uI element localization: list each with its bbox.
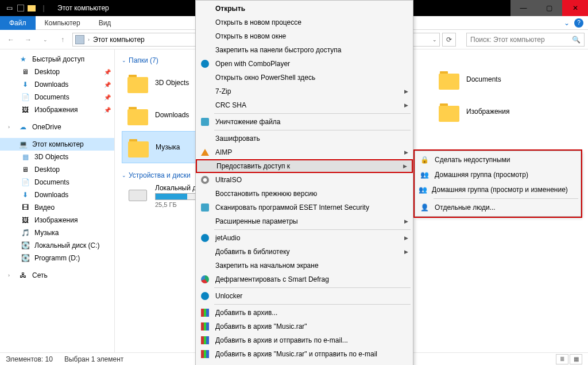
submenu-item[interactable]: Сделать недоступными (415, 152, 581, 167)
minimize-button[interactable]: — (510, 0, 536, 16)
sidebar-item[interactable]: Documents (0, 176, 114, 189)
menu-separator (214, 304, 411, 305)
view-icons-button[interactable]: ▦ (570, 354, 582, 364)
menu-item-label: Дефрагментировать с Smart Defrag (215, 275, 329, 283)
sidebar-item[interactable]: Downloads (0, 189, 114, 201)
submenu-item[interactable]: Домашняя группа (просмотр) (415, 167, 581, 182)
sidebar-item-label: Изображения (34, 216, 78, 224)
sidebar-item[interactable]: Видео (0, 201, 114, 214)
context-menu-item[interactable]: jetAudio▶ (196, 231, 413, 245)
caret-icon[interactable]: › (8, 124, 14, 130)
context-menu-item[interactable]: Закрепить на начальном экране (196, 259, 413, 272)
sidebar-quick-access[interactable]: Быстрый доступ (0, 53, 114, 66)
menu-item-label: Закрепить на начальном экране (215, 262, 319, 270)
context-menu-item[interactable]: Сканировать программой ESET Internet Sec… (196, 201, 413, 214)
recent-dropdown[interactable]: ⌄ (38, 32, 53, 47)
item-icon (21, 67, 30, 76)
search-input[interactable] (470, 36, 568, 44)
window-title: Этот компьютер (57, 4, 109, 12)
sidebar-this-pc[interactable]: Этот компьютер (0, 138, 114, 151)
submenu-item[interactable]: Отдельные люди... (415, 200, 581, 215)
submenu-arrow-icon: ▶ (404, 89, 408, 94)
caret-icon: ⌄ (122, 172, 126, 178)
context-menu-item[interactable]: Зашифровать (196, 132, 413, 145)
context-menu-item[interactable]: Предоставить доступ к▶ (196, 159, 413, 173)
sidebar-item[interactable]: 3D Objects (0, 151, 114, 163)
sidebar-onedrive[interactable]: › OneDrive (0, 121, 114, 133)
context-menu-item[interactable]: Добавить в архив... (196, 306, 413, 320)
help-icon[interactable]: ? (574, 18, 583, 28)
folder-tile[interactable]: Downloads (122, 99, 202, 131)
caret-icon[interactable]: › (8, 272, 14, 278)
address-dropdown-icon[interactable]: ⌄ (432, 37, 437, 43)
context-menu-item[interactable]: Копировать как путь (196, 361, 413, 365)
system-menu-icon[interactable]: ▭ (5, 3, 14, 13)
context-menu-item[interactable]: Добавить в архив и отправить по e-mail..… (196, 333, 413, 347)
folder-tile[interactable]: Изображения (433, 95, 577, 128)
context-menu-item[interactable]: AIMP▶ (196, 145, 413, 159)
sidebar-item-label: Desktop (34, 166, 60, 174)
sidebar-item[interactable]: Музыка (0, 226, 114, 239)
context-menu-item[interactable]: UltraISO (196, 173, 413, 187)
context-menu-item[interactable]: Unlocker (196, 289, 413, 303)
menu-item-label: 7-Zip (215, 87, 231, 95)
context-menu-item[interactable]: Расширенные параметры▶ (196, 214, 413, 228)
context-menu-item[interactable]: Добавить в архив "Music.rar" (196, 320, 413, 333)
context-menu-item[interactable]: Добавить в библиотеку▶ (196, 245, 413, 259)
context-menu-item[interactable]: Открыть (196, 2, 413, 16)
context-menu-item[interactable]: Дефрагментировать с Smart Defrag (196, 272, 413, 286)
sidebar-item[interactable]: Локальный диск (C:) (0, 239, 114, 252)
folder-tile[interactable]: 3D Objects (122, 67, 202, 99)
submenu-item[interactable]: Домашняя группа (просмотр и изменение) (415, 182, 581, 197)
maximize-button[interactable]: ▢ (536, 0, 562, 16)
menu-item-icon (199, 275, 211, 283)
sidebar-item[interactable]: Documents📌 (0, 91, 114, 103)
context-menu-item[interactable]: Восстановить прежнюю версию (196, 187, 413, 201)
search-box[interactable] (466, 33, 585, 47)
close-button[interactable]: ✕ (562, 0, 588, 16)
sidebar-item-label: Desktop (34, 68, 60, 76)
context-menu-item[interactable]: CRC SHA▶ (196, 98, 413, 112)
context-menu-item[interactable]: Уничтожение файла (196, 115, 413, 129)
context-menu-item[interactable]: Открыть в новом окне (196, 29, 413, 43)
folder-icon (28, 5, 36, 11)
menu-separator (434, 198, 578, 199)
pin-icon: 📌 (104, 82, 111, 88)
context-menu-item[interactable]: 7-Zip▶ (196, 84, 413, 98)
sidebar-item[interactable]: Desktop📌 (0, 66, 114, 78)
tab-view[interactable]: Вид (90, 16, 121, 30)
tab-computer[interactable]: Компьютер (36, 16, 90, 30)
menu-item-label: CRC SHA (215, 101, 246, 109)
item-icon (21, 80, 30, 89)
refresh-button[interactable] (442, 33, 456, 47)
back-button[interactable]: ← (3, 32, 18, 47)
checkbox-icon (17, 5, 24, 11)
menu-item-icon (199, 60, 211, 68)
sidebar-item-label: Музыка (34, 229, 59, 237)
context-menu-item[interactable]: Добавить в архив "Music.rar" и отправить… (196, 347, 413, 361)
menu-item-label: Добавить в архив и отправить по e-mail..… (215, 336, 348, 344)
context-menu-item[interactable]: Закрепить на панели быстрого доступа (196, 43, 413, 57)
menu-item-label: Сделать недоступными (435, 156, 510, 164)
sidebar-item[interactable]: Изображения📌 (0, 103, 114, 116)
up-button[interactable]: ↑ (55, 32, 70, 47)
sidebar-item[interactable]: Desktop (0, 163, 114, 176)
submenu-arrow-icon: ▶ (404, 149, 408, 155)
sidebar-item[interactable]: Downloads📌 (0, 78, 114, 91)
file-tab[interactable]: Файл (0, 16, 36, 30)
menu-item-icon (199, 203, 211, 212)
sidebar-item[interactable]: Programm (D:) (0, 252, 114, 264)
sidebar-network[interactable]: › Сеть (0, 269, 114, 282)
context-menu-item[interactable]: Открыть окно PowerShell здесь (196, 71, 413, 84)
context-menu-item[interactable]: Открыть в новом процессе (196, 16, 413, 29)
folder-tile[interactable]: Музыка (122, 131, 202, 163)
menu-item-label: UltraISO (215, 176, 242, 184)
sidebar-item[interactable]: Изображения (0, 214, 114, 226)
folder-tile[interactable]: Documents (433, 63, 577, 95)
forward-button[interactable]: → (21, 32, 36, 47)
view-details-button[interactable]: ≣ (556, 354, 568, 364)
ribbon-collapse-icon[interactable]: ⌄ (564, 19, 570, 27)
context-menu-item[interactable]: Open with ComboPlayer (196, 57, 413, 71)
menu-separator (214, 287, 411, 288)
context-menu: ОткрытьОткрыть в новом процессеОткрыть в… (195, 0, 413, 365)
